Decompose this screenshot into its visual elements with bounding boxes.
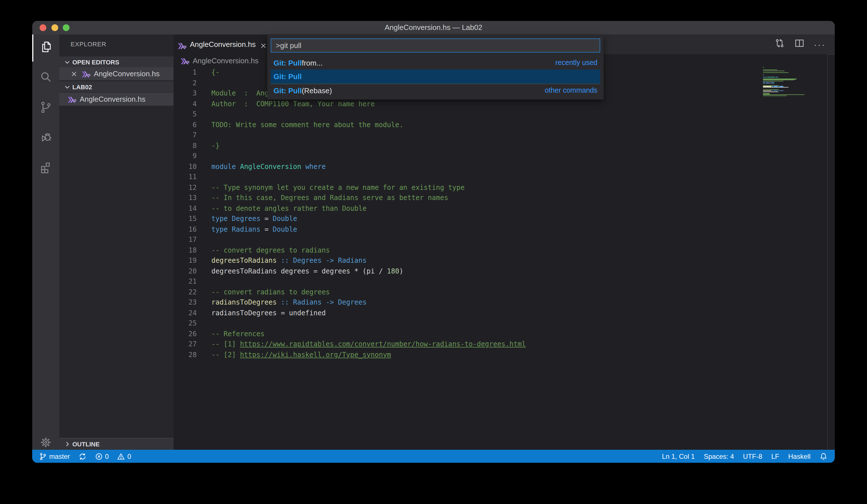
code-line[interactable]: 23radiansToDegrees :: Radians -> Degrees xyxy=(173,297,827,308)
code-line[interactable]: 9 xyxy=(173,151,827,161)
code-line[interactable]: 7 xyxy=(173,130,827,140)
command-palette-input[interactable] xyxy=(271,39,600,53)
status-cursor-position[interactable]: Ln 1, Col 1 xyxy=(662,452,695,460)
code-line[interactable]: 21 xyxy=(173,276,827,287)
status-git-branch[interactable]: master xyxy=(39,452,70,460)
line-number: 16 xyxy=(173,224,197,235)
minimap-line xyxy=(763,94,806,94)
palette-item-git-pull-from-[interactable]: Git: Pull from...recently used xyxy=(271,56,600,70)
line-number: 28 xyxy=(173,350,197,360)
minimap-line xyxy=(763,96,806,96)
code-text: -- References xyxy=(197,330,265,337)
editor-actions: ··· xyxy=(774,34,826,54)
code-text: radiansToDegrees = undefined xyxy=(197,309,326,317)
minimap-line xyxy=(763,73,806,73)
explorer-icon xyxy=(40,40,53,56)
code-line[interactable]: 14-- to denote angles rather than Double xyxy=(173,203,827,214)
status-git-branch-label: master xyxy=(49,452,70,460)
status-eol[interactable]: LF xyxy=(771,452,779,460)
code-editor[interactable]: 1{-23Module : AngleConversion4Author : C… xyxy=(173,67,827,450)
code-line[interactable]: 13-- In this case, Degrees and Radians s… xyxy=(173,193,827,203)
status-warnings[interactable]: 0 xyxy=(117,452,131,460)
code-line[interactable]: 19degreesToRadians :: Degrees -> Radians xyxy=(173,255,827,266)
tab-angleconversion[interactable]: AngleConversion.hs xyxy=(173,34,268,54)
file-name: AngleConversion.hs xyxy=(80,95,146,104)
close-tab-icon[interactable] xyxy=(260,41,267,48)
haskell-file-icon xyxy=(178,41,186,47)
activity-bar-item-source-control[interactable] xyxy=(32,95,59,122)
open-editor-file-name: AngleConversion.hs xyxy=(94,69,160,78)
code-line[interactable]: 17 xyxy=(173,235,827,245)
scrollbar-track[interactable] xyxy=(827,54,835,450)
code-line[interactable]: 10module AngleConversion where xyxy=(173,161,827,172)
minimap-line xyxy=(763,67,806,68)
folder-section-header[interactable]: LAB02 xyxy=(59,82,173,92)
vscode-window: AngleConversion.hs — Lab02 EXPLORER OPEN… xyxy=(32,21,835,463)
git-branch-icon xyxy=(39,452,47,460)
line-number: 1 xyxy=(173,67,197,78)
code-line[interactable]: 26-- References xyxy=(173,329,827,339)
open-changes-icon[interactable] xyxy=(774,38,785,51)
code-line[interactable]: 4Author : COMP1100 Team, Your name here xyxy=(173,99,827,109)
file-tree-item[interactable]: AngleConversion.hs xyxy=(59,93,173,106)
palette-group-badge: recently used xyxy=(555,59,597,67)
status-eol-label: LF xyxy=(771,452,779,460)
minimap-line xyxy=(763,84,806,85)
palette-item-git-pull-rebase-[interactable]: Git: Pull (Rebase)other commands xyxy=(271,83,600,97)
palette-item-git-pull[interactable]: Git: Pull xyxy=(271,70,600,84)
code-line[interactable]: 15type Degrees = Double xyxy=(173,214,827,224)
minimap-line xyxy=(763,75,806,75)
minimap-line xyxy=(763,70,806,71)
code-line[interactable]: 6TODO: Write some comment here about the… xyxy=(173,119,827,130)
code-text: degreesToRadians degrees = degrees * (pi… xyxy=(197,267,403,275)
minimap-line xyxy=(763,78,806,78)
code-line[interactable]: 18-- convert degrees to radians xyxy=(173,245,827,255)
code-text: Author : COMP1100 Team, Your name here xyxy=(197,100,375,108)
notifications-icon xyxy=(820,452,827,460)
code-text xyxy=(197,110,211,118)
code-line[interactable]: 8-} xyxy=(173,140,827,151)
outline-label: OUTLINE xyxy=(72,441,100,448)
code-line[interactable]: 25 xyxy=(173,318,827,329)
code-line[interactable]: 5 xyxy=(173,109,827,119)
more-actions-icon[interactable]: ··· xyxy=(814,42,826,47)
code-line[interactable]: 28-- [2] https://wiki.haskell.org/Type_s… xyxy=(173,350,827,360)
status-notifications[interactable] xyxy=(820,452,827,460)
code-line[interactable]: 27-- [1] https://www.rapidtables.com/con… xyxy=(173,339,827,350)
minimap[interactable] xyxy=(763,67,806,97)
minimap-line xyxy=(763,86,806,87)
code-line[interactable]: 20degreesToRadians degrees = degrees * (… xyxy=(173,266,827,276)
open-editor-item[interactable]: AngleConversion.hs xyxy=(59,67,173,80)
palette-item-rest: (Rebase) xyxy=(302,86,332,95)
status-language-mode-label: Haskell xyxy=(788,452,811,460)
code-line[interactable]: 22-- convert radians to degrees xyxy=(173,287,827,297)
minimap-line xyxy=(763,81,806,82)
close-editor-icon[interactable] xyxy=(71,70,77,77)
line-number: 18 xyxy=(173,245,197,255)
status-sync[interactable] xyxy=(78,452,86,460)
status-encoding[interactable]: UTF-8 xyxy=(743,452,762,460)
status-errors[interactable]: 0 xyxy=(95,452,108,460)
outline-section-header[interactable]: OUTLINE xyxy=(59,438,173,450)
code-text: -- [1] https://www.rapidtables.com/conve… xyxy=(197,340,526,348)
minimap-line xyxy=(763,89,806,90)
open-editors-section-header[interactable]: OPEN EDITORS xyxy=(59,56,173,67)
status-indentation[interactable]: Spaces: 4 xyxy=(704,452,734,460)
activity-bar-item-run-debug[interactable] xyxy=(32,125,59,152)
tab-label: AngleConversion.hs xyxy=(190,40,256,49)
code-line[interactable]: 12-- Type synonym let you create a new n… xyxy=(173,182,827,193)
warnings-icon xyxy=(117,452,125,460)
window-title: AngleConversion.hs — Lab02 xyxy=(32,21,835,34)
activity-bar-item-explorer[interactable] xyxy=(32,34,59,62)
minimap-line xyxy=(763,74,806,74)
activity-bar-item-extensions[interactable] xyxy=(32,155,59,182)
line-number: 4 xyxy=(173,99,197,109)
activity-bar-item-search[interactable] xyxy=(32,64,59,92)
status-encoding-label: UTF-8 xyxy=(743,452,762,460)
status-language-mode[interactable]: Haskell xyxy=(788,452,811,460)
code-line[interactable]: 11 xyxy=(173,172,827,182)
split-editor-icon[interactable] xyxy=(794,38,805,51)
code-line[interactable]: 16type Radians = Double xyxy=(173,224,827,235)
minimap-line xyxy=(763,88,806,89)
code-line[interactable]: 24radiansToDegrees = undefined xyxy=(173,308,827,318)
